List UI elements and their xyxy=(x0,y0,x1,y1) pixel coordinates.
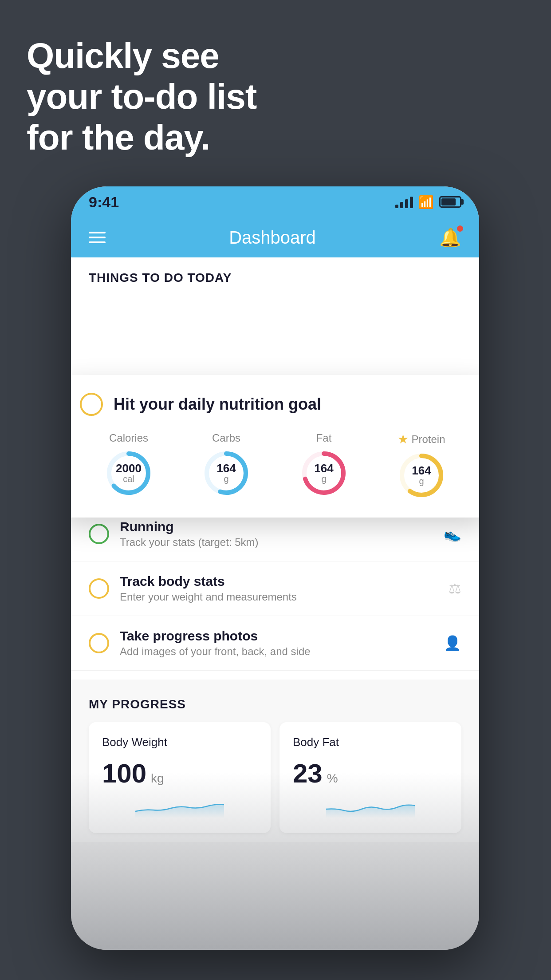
star-icon: ★ xyxy=(398,432,409,447)
body-stats-circle xyxy=(89,578,109,599)
body-weight-title: Body Weight xyxy=(102,735,257,749)
running-subtitle: Track your stats (target: 5km) xyxy=(120,536,433,549)
photos-text: Take progress photos Add images of your … xyxy=(120,628,433,658)
body-weight-value-row: 100 kg xyxy=(102,758,257,789)
fat-donut: 164 g xyxy=(299,449,348,498)
photos-subtitle: Add images of your front, back, and side xyxy=(120,645,433,658)
running-icon: 👟 xyxy=(444,526,461,542)
body-fat-chart xyxy=(293,796,448,818)
calories-label: Calories xyxy=(109,432,148,444)
calories-donut: 2000 cal xyxy=(104,449,153,498)
scale-icon: ⚖ xyxy=(449,580,461,597)
content-area: THINGS TO DO TODAY Hit your daily nutrit… xyxy=(71,257,479,842)
carbs-donut-text: 164 g xyxy=(216,462,236,484)
notification-dot xyxy=(457,225,463,232)
phone-mockup: 9:41 📶 Dashboard 🔔 xyxy=(71,186,479,950)
body-stats-text: Track body stats Enter your weight and m… xyxy=(120,574,438,603)
progress-cards: Body Weight 100 kg xyxy=(89,722,461,833)
nutrition-check-circle[interactable] xyxy=(80,393,103,416)
body-fat-number: 23 xyxy=(293,758,323,789)
status-icons: 📶 xyxy=(395,195,461,209)
notification-bell-icon[interactable]: 🔔 xyxy=(439,227,461,248)
body-weight-card[interactable]: Body Weight 100 kg xyxy=(89,722,271,833)
nutrition-protein: ★ Protein 164 g xyxy=(397,432,446,500)
photos-circle xyxy=(89,633,109,653)
protein-label-row: ★ Protein xyxy=(398,432,445,447)
things-to-do-section: THINGS TO DO TODAY xyxy=(71,257,479,294)
headline: Quickly see your to-do list for the day. xyxy=(27,36,256,158)
headline-line3: for the day. xyxy=(27,117,256,158)
nutrition-card[interactable]: Hit your daily nutrition goal Calories 2… xyxy=(71,375,479,518)
body-weight-chart xyxy=(102,796,257,818)
signal-icon xyxy=(395,196,413,208)
headline-line1: Quickly see xyxy=(27,36,256,76)
body-fat-unit: % xyxy=(327,771,338,786)
nutrition-carbs: Carbs 164 g xyxy=(202,432,251,498)
card-header: Hit your daily nutrition goal xyxy=(80,393,470,416)
fat-donut-text: 164 g xyxy=(314,462,333,484)
things-section-title: THINGS TO DO TODAY xyxy=(89,271,232,285)
body-fat-card[interactable]: Body Fat 23 % xyxy=(279,722,461,833)
headline-line2: your to-do list xyxy=(27,76,256,117)
list-item-body-stats[interactable]: Track body stats Enter your weight and m… xyxy=(71,561,479,616)
nutrition-calories: Calories 2000 cal xyxy=(104,432,153,498)
fat-label: Fat xyxy=(316,432,332,444)
header-title: Dashboard xyxy=(229,228,316,248)
body-fat-title: Body Fat xyxy=(293,735,448,749)
body-weight-number: 100 xyxy=(102,758,146,789)
protein-label: Protein xyxy=(411,433,445,446)
body-stats-title: Track body stats xyxy=(120,574,438,589)
list-item-photos[interactable]: Take progress photos Add images of your … xyxy=(71,616,479,671)
body-stats-subtitle: Enter your weight and measurements xyxy=(120,591,438,603)
protein-donut-text: 164 g xyxy=(412,465,431,486)
progress-section-title: MY PROGRESS xyxy=(89,697,461,711)
body-weight-unit: kg xyxy=(151,771,164,786)
protein-donut: 164 g xyxy=(397,451,446,500)
body-fat-value-row: 23 % xyxy=(293,758,448,789)
running-circle xyxy=(89,524,109,544)
nutrition-card-title: Hit your daily nutrition goal xyxy=(114,395,321,414)
running-title: Running xyxy=(120,519,433,534)
progress-section: MY PROGRESS Body Weight 100 kg xyxy=(71,680,479,842)
photos-title: Take progress photos xyxy=(120,628,433,644)
carbs-label: Carbs xyxy=(212,432,240,444)
hamburger-menu-icon[interactable] xyxy=(89,232,106,243)
wifi-icon: 📶 xyxy=(418,195,434,209)
calories-donut-text: 2000 cal xyxy=(116,462,142,484)
app-header: Dashboard 🔔 xyxy=(71,217,479,257)
running-text: Running Track your stats (target: 5km) xyxy=(120,519,433,549)
person-icon: 👤 xyxy=(444,635,461,652)
carbs-donut: 164 g xyxy=(202,449,251,498)
battery-icon xyxy=(439,196,461,208)
nutrition-row: Calories 2000 cal Carbs xyxy=(80,432,470,500)
nutrition-fat: Fat 164 g xyxy=(299,432,348,498)
status-time: 9:41 xyxy=(89,194,119,211)
todo-list: Running Track your stats (target: 5km) 👟… xyxy=(71,507,479,671)
status-bar: 9:41 📶 xyxy=(71,186,479,217)
